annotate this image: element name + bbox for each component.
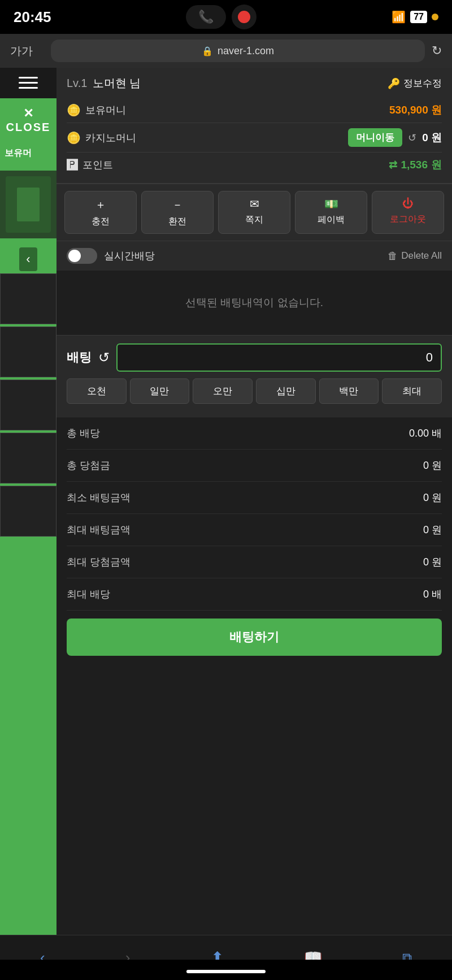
stat-max-odds: 최대 배당 0 배 <box>67 578 442 611</box>
sidebar-thumbnail <box>0 171 56 238</box>
message-icon: ✉ <box>250 197 259 211</box>
level-prefix: Lv.1 <box>67 77 87 89</box>
key-icon: 🔑 <box>388 77 400 90</box>
max-win-label: 최대 당첨금액 <box>67 555 131 569</box>
action-buttons-grid: ＋ 충전 － 환전 ✉ 쪽지 💵 페이백 ⏻ 로그아웃 <box>56 184 452 241</box>
close-button[interactable]: ✕ CLOSE <box>0 98 56 142</box>
point-text: 포인트 <box>82 158 113 172</box>
sidebar-content: 보유머 ‹ <box>0 142 56 980</box>
bet-button-section: 배팅하기 <box>56 611 452 667</box>
transfer-icon: ⇄ <box>389 159 397 171</box>
max-win-value: 0 원 <box>423 555 442 569</box>
betting-input-section: 배팅 ↺ 오천 일만 오만 십만 백만 최대 <box>56 336 452 417</box>
logout-button[interactable]: ⏻ 로그아웃 <box>372 191 444 234</box>
holding-money-text: 보유머니 <box>85 103 126 117</box>
right-panel: Lv.1 노머현 님 🔑 정보수정 🪙 보유머니 530,900 원 <box>56 68 452 980</box>
total-win-value: 0 원 <box>423 459 442 472</box>
close-x-icon: ✕ <box>23 106 33 121</box>
betting-input[interactable] <box>116 343 442 372</box>
charge-button[interactable]: ＋ 충전 <box>64 191 137 234</box>
exchange-icon: － <box>172 197 183 212</box>
sidebar-arrow-icon[interactable]: ‹ <box>19 247 37 271</box>
holding-money-value: 530,900 원 <box>389 103 442 117</box>
user-edit-button[interactable]: 🔑 정보수정 <box>388 77 442 90</box>
charge-icon: ＋ <box>95 197 106 212</box>
amount-1000000[interactable]: 백만 <box>319 378 379 404</box>
user-level: Lv.1 노머현 님 <box>67 76 141 91</box>
left-sidebar: ✕ CLOSE 보유머 ‹ <box>0 68 56 980</box>
betting-label: 배팅 <box>67 349 92 366</box>
payback-button[interactable]: 💵 페이백 <box>295 191 367 234</box>
stat-total-odds: 총 배당 0.00 배 <box>67 417 442 450</box>
record-pill <box>232 5 257 29</box>
amount-max[interactable]: 최대 <box>382 378 442 404</box>
total-odds-label: 총 배당 <box>67 426 100 440</box>
min-bet-value: 0 원 <box>423 491 442 504</box>
battery-level: 77 <box>414 12 424 22</box>
point-value: ⇄ 1,536 원 <box>389 158 442 172</box>
hamburger-button[interactable] <box>11 68 45 97</box>
wifi-icon: 📶 <box>392 10 406 24</box>
user-header: Lv.1 노머현 님 🔑 정보수정 <box>67 76 442 91</box>
status-center: 📞 <box>186 5 257 29</box>
phone-pill: 📞 <box>186 5 226 29</box>
point-icon: 🅿 <box>67 159 78 172</box>
toggle-label: 실시간배당 <box>104 249 155 263</box>
coin-icon-2: 🪙 <box>67 131 81 145</box>
amount-buttons-grid: 오천 일만 오만 십만 백만 최대 <box>67 378 442 404</box>
sidebar-block-4 <box>0 433 56 484</box>
browser-refresh-icon[interactable]: ↻ <box>432 43 442 58</box>
coin-icon-1: 🪙 <box>67 103 81 117</box>
amount-50000[interactable]: 오만 <box>193 378 253 404</box>
casino-reset-icon[interactable]: ↺ <box>408 132 416 144</box>
max-odds-value: 0 배 <box>423 587 442 601</box>
user-info-section: Lv.1 노머현 님 🔑 정보수정 🪙 보유머니 530,900 원 <box>56 68 452 184</box>
casino-money-value: 0 원 <box>422 130 442 145</box>
point-row: 🅿 포인트 ⇄ 1,536 원 <box>67 153 442 177</box>
betting-empty-message: 선택된 배팅내역이 없습니다. <box>56 271 452 336</box>
message-button[interactable]: ✉ 쪽지 <box>218 191 290 234</box>
casino-money-row: 🪙 카지노머니 머니이동 ↺ 0 원 <box>67 123 442 153</box>
casino-money-text: 카지노머니 <box>85 131 136 145</box>
record-dot <box>238 11 250 23</box>
total-win-label: 총 당첨금 <box>67 459 110 472</box>
hamburger-line-1 <box>19 77 38 79</box>
amount-5000[interactable]: 오천 <box>67 378 127 404</box>
status-dot <box>432 14 438 20</box>
browser-address-bar[interactable]: 🔒 naver-1.com <box>51 40 425 62</box>
delete-all-label: Delete All <box>401 250 442 262</box>
casino-right: 머니이동 ↺ 0 원 <box>348 128 442 147</box>
charge-label: 충전 <box>92 216 110 228</box>
betting-top: 배팅 ↺ <box>67 343 442 372</box>
betting-reset-button[interactable]: ↺ <box>98 350 110 365</box>
stat-max-bet: 최대 배팅금액 0 원 <box>67 514 442 546</box>
home-bar <box>186 970 266 973</box>
min-bet-label: 최소 배팅금액 <box>67 491 131 504</box>
delete-all-button[interactable]: 🗑 Delete All <box>388 250 442 262</box>
amount-100000[interactable]: 십만 <box>256 378 316 404</box>
exchange-label: 환전 <box>168 216 186 228</box>
phone-icon: 📞 <box>198 10 214 24</box>
close-label: CLOSE <box>6 121 51 134</box>
browser-url: naver-1.com <box>218 45 274 57</box>
sidebar-block-1 <box>0 273 56 324</box>
user-name: 노머현 님 <box>93 77 141 89</box>
payback-icon: 💵 <box>324 197 338 211</box>
lock-icon: 🔒 <box>202 46 213 56</box>
bet-main-button[interactable]: 배팅하기 <box>67 619 442 656</box>
edit-label: 정보수정 <box>403 77 442 90</box>
trash-icon: 🗑 <box>388 250 398 262</box>
main-layout: ✕ CLOSE 보유머 ‹ Lv.1 <box>0 68 452 980</box>
amount-10000[interactable]: 일만 <box>130 378 190 404</box>
sidebar-block-3 <box>0 380 56 430</box>
holding-money-label: 🪙 보유머니 <box>67 103 126 117</box>
payback-label: 페이백 <box>318 214 345 226</box>
realtime-toggle[interactable] <box>67 248 97 264</box>
money-transfer-button[interactable]: 머니이동 <box>348 128 402 147</box>
hamburger-line-3 <box>19 87 38 89</box>
status-right: 📶 77 <box>392 10 438 24</box>
stat-total-win: 총 당첨금 0 원 <box>67 450 442 482</box>
sidebar-holding-label: 보유머 <box>0 142 56 165</box>
browser-addr-left: 가가 <box>10 43 44 59</box>
exchange-button[interactable]: － 환전 <box>141 191 214 234</box>
